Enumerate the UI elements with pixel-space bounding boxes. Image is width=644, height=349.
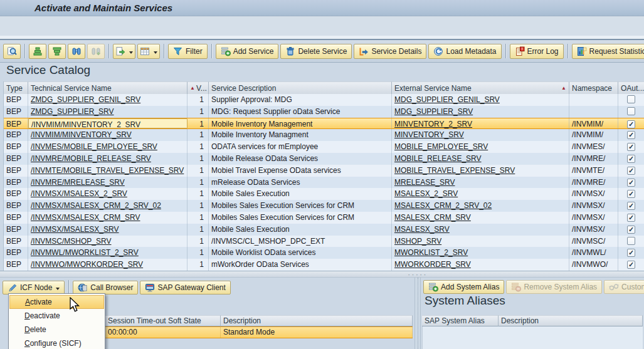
menu-item-delete[interactable]: Delete [9,323,104,336]
remove-system-alias-button[interactable]: Remove System Alias [506,280,602,294]
table-row[interactable]: BEP/INVMSX/MSALESX_CRM_SRV1Mobiles Sales… [4,212,644,224]
column-header-sap-system-alias[interactable]: SAP System Alias [422,315,499,326]
external-service-name-link[interactable]: MINVENTORY_2_SRV [394,120,472,128]
column-header-external-service-name[interactable]: External Service Name▲ [392,81,569,94]
oauth-checkbox[interactable]: ✓ [627,214,635,222]
technical-service-name-link[interactable]: /INVMSC/MSHOP_SRV [31,237,111,246]
service-details-button[interactable]: Service Details [354,44,426,59]
column-header-alias-description[interactable]: Description [499,315,643,326]
oauth-checkbox[interactable]: ✓ [627,143,635,151]
find-button[interactable] [68,44,85,59]
table-row[interactable]: BEP/INVMIM/MINVENTORY_2_SRV1Mobile Inven… [4,118,644,130]
table-row[interactable]: BEPZMDG_SUPPLIER_SRV1MDG: Request Suppli… [4,106,644,118]
oauth-checkbox[interactable]: ✓ [627,226,635,234]
external-service-name-link[interactable]: MSHOP_SRV [394,237,441,246]
oauth-checkbox[interactable]: ✓ [627,120,635,128]
choose-layout-button[interactable] [137,44,160,59]
column-header-type[interactable]: Type [4,81,28,94]
table-row[interactable]: BEPZMDG_SUPPLIER_GENIL_SRV1Supplier Appr… [4,94,644,106]
oauth-checkbox[interactable]: ✓ [627,190,635,198]
filter-button[interactable]: Filter [168,44,208,59]
customizing-button[interactable]: Customizing [604,280,644,294]
oauth-checkbox[interactable] [627,95,635,103]
column-header-technical-service-name[interactable]: Technical Service Name [28,81,187,94]
oauth-checkbox[interactable]: ✓ [627,249,635,257]
sort-descending-button[interactable] [48,44,66,59]
icf-table-row[interactable]: 00:00:00 Standard Mode [105,326,413,338]
external-service-name-link[interactable]: MOBILE_TRAVEL_EXPENSE_SRV [394,166,515,175]
technical-service-name-link[interactable]: /INVMSX/MSALESX_CRM_2_SRV_02 [31,201,161,210]
technical-service-name-link[interactable]: ZMDG_SUPPLIER_GENIL_SRV [31,95,140,104]
menu-item-deactivate[interactable]: Deactivate [9,309,104,323]
external-service-name-link[interactable]: MSALESX_CRM_2_SRV_02 [394,201,492,210]
external-service-name-link[interactable]: MSALESX_2_SRV [394,189,458,198]
menu-item-activate[interactable]: Activate [9,295,104,309]
external-service-name-link[interactable]: MWORKLIST_2_SRV [394,248,468,257]
technical-service-name-link[interactable]: /INVMRE/MOBILE_RELEASE_SRV [31,154,151,163]
oauth-checkbox[interactable] [627,237,635,245]
table-row[interactable]: BEP/INVMSX/MSALESX_CRM_2_SRV_021Mobiles … [4,200,644,212]
external-service-name-link[interactable]: MSALESX_CRM_SRV [394,213,471,222]
table-row[interactable]: BEP/INVMSX/MSALESX_SRV1Mobile Sales Exec… [4,224,644,236]
error-log-button[interactable]: ! Error Log [510,44,564,59]
external-service-name-link[interactable]: MOBILE_RELEASE_SRV [394,154,482,163]
oauth-checkbox[interactable]: ✓ [627,202,635,210]
technical-service-name-link[interactable]: /INVMIM/MINVENTORY_SRV [31,130,132,139]
table-row[interactable]: BEP/INVMSC/MSHOP_SRV1/INVMSC/CL_MSHOP_DP… [4,236,644,247]
external-service-name-link[interactable]: MWORKORDER_SRV [394,260,471,269]
load-metadata-button[interactable]: Load Metadata [428,44,501,59]
add-service-button[interactable]: Add Service [216,44,279,59]
column-header-oauth[interactable]: OAut... [618,81,644,94]
table-row[interactable]: BEP/INVMSX/MSALESX_2_SRV1Mobile Sales Ex… [4,188,644,200]
technical-service-name-link[interactable]: /INVMRE/MRELEASE_SRV [31,178,125,187]
external-service-name-link[interactable]: MDG_SUPPLIER_SRV [394,107,473,116]
find-next-button[interactable] [87,44,105,59]
oauth-checkbox[interactable]: ✓ [627,179,635,187]
external-service-name-link[interactable]: MSALESX_SRV [394,225,450,234]
technical-service-name-link[interactable]: /INVMSX/MSALESX_SRV [31,225,119,234]
technical-service-name-link[interactable]: /INVMWL/MWORKLIST_2_SRV [31,248,139,257]
table-row[interactable]: BEP/INVMRE/MOBILE_RELEASE_SRV1Mobile Rel… [4,153,644,165]
column-header-namespace[interactable]: Namespace [569,81,618,94]
technical-service-name-link[interactable]: /INVMIM/MINVENTORY_2_SRV [31,120,140,129]
technical-service-name-link[interactable]: /INVMSX/MSALESX_CRM_SRV [31,213,140,222]
table-row[interactable]: BEP/INVMTE/MOBILE_TRAVEL_EXPENSE_SRV1Mob… [4,165,644,177]
row-oauth-cell [618,106,644,118]
table-row[interactable]: BEP/INVMES/MOBILE_EMPLOYEE_SRV1ODATA ser… [4,141,644,153]
table-row[interactable]: BEP/INVMWL/MWORKLIST_2_SRV1Mobile Workli… [4,247,644,259]
export-button[interactable] [113,44,135,59]
technical-service-name-link[interactable]: /INVMWO/MWORKORDER_SRV [31,260,143,269]
call-browser-button[interactable]: Call Browser [73,281,138,294]
oauth-checkbox[interactable]: ✓ [627,261,635,269]
technical-service-name-link[interactable]: /INVMES/MOBILE_EMPLOYEE_SRV [31,142,157,151]
vertical-splitter[interactable] [414,278,421,349]
request-statistics-button[interactable]: Request Statistics [572,44,644,59]
table-row[interactable]: BEP/INVMRE/MRELEASE_SRV1mRelease OData S… [4,177,644,189]
technical-service-name-link[interactable]: ZMDG_SUPPLIER_SRV [31,107,114,116]
table-row[interactable]: BEP/INVMWO/MWORKORDER_SRV1mWorkOrder ODa… [4,259,644,271]
external-service-name-link[interactable]: MRELEASE_SRV [394,178,455,187]
column-header-version[interactable]: ▲V... [187,81,209,94]
details-button[interactable] [3,44,21,59]
external-service-name-link[interactable]: MOBILE_EMPLOYEE_SRV [394,142,488,151]
technical-service-name-link[interactable]: /INVMTE/MOBILE_TRAVEL_EXPENSE_SRV [31,166,184,175]
column-header-service-description[interactable]: Service Description [209,81,392,94]
technical-service-name-link[interactable]: /INVMSX/MSALESX_2_SRV [31,189,127,198]
horizontal-splitter[interactable]: ····· [0,271,644,278]
delete-service-button[interactable]: Delete Service [280,44,352,59]
oauth-checkbox[interactable]: ✓ [627,155,635,163]
column-header-session-timeout[interactable]: Session Time-out Soft State [105,315,221,326]
oauth-checkbox[interactable]: ✓ [627,167,635,175]
table-row[interactable]: BEP/INVMIM/MINVENTORY_SRV1Mobile Invento… [4,129,644,141]
oauth-checkbox[interactable] [627,107,635,115]
add-system-alias-button[interactable]: Add System Alias [423,280,504,294]
column-header-description[interactable]: Description [221,315,413,326]
sort-ascending-button[interactable] [29,44,46,59]
oauth-checkbox[interactable]: ✓ [627,131,635,139]
icf-node-button[interactable]: ICF Node [3,281,65,294]
request-statistics-button-label: Request Statistics [589,47,644,56]
external-service-name-link[interactable]: MINVENTORY_SRV [394,130,464,139]
menu-item-configure-sicf[interactable]: Configure (SICF) [9,336,104,349]
sap-gateway-client-button[interactable]: SAP Gateway Client [140,281,231,294]
external-service-name-link[interactable]: MDG_SUPPLIER_GENIL_SRV [394,95,500,104]
